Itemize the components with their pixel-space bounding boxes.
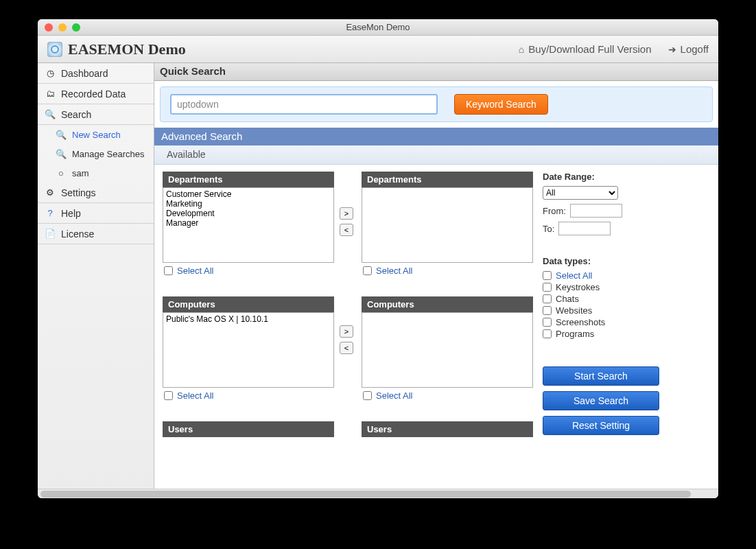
sidebar-item-label: sam <box>72 168 89 178</box>
users-header: Users <box>362 421 533 437</box>
sidebar-item-label: Help <box>61 208 81 219</box>
departments-header: Departments <box>362 172 533 187</box>
logoff-link[interactable]: ➜ Logoff <box>668 43 709 55</box>
reset-setting-button[interactable]: Reset Setting <box>543 416 659 435</box>
keyword-input[interactable] <box>170 94 438 115</box>
dt-programs-checkbox[interactable] <box>543 329 552 338</box>
to-input[interactable] <box>558 222 611 235</box>
sidebar-item-saved-search[interactable]: ○ sam <box>38 163 154 183</box>
list-item[interactable]: Public's Mac OS X | 10.10.1 <box>166 314 331 324</box>
dt-item-label: Websites <box>556 305 592 316</box>
departments-add-button[interactable]: > <box>340 207 353 220</box>
users-selected: Users <box>362 421 533 437</box>
dt-item-label: Programs <box>556 329 594 339</box>
dt-websites-checkbox[interactable] <box>543 306 552 315</box>
horizontal-scrollbar[interactable] <box>38 489 718 498</box>
dt-chats-checkbox[interactable] <box>543 294 552 303</box>
titlebar: EaseMon Demo <box>38 19 718 36</box>
departments-remove-button[interactable]: < <box>340 224 353 236</box>
sidebar-item-settings[interactable]: ⚙ Settings <box>38 183 154 203</box>
to-label: To: <box>543 224 554 234</box>
keyword-search-button[interactable]: Keyword Search <box>454 94 548 115</box>
available-header: Available <box>154 145 718 165</box>
save-search-button[interactable]: Save Search <box>543 391 659 410</box>
logoff-link-label: Logoff <box>681 43 709 55</box>
computers-selectall-checkbox[interactable] <box>164 391 173 400</box>
departments-available: Departments Customer Service Marketing D… <box>163 172 334 279</box>
magnifier-icon: 🔍 <box>45 109 56 120</box>
computers-selected: Computers Select All <box>362 296 533 404</box>
computers-header: Computers <box>362 296 533 312</box>
home-icon: ⌂ <box>519 44 524 55</box>
sidebar-item-help[interactable]: ? Help <box>38 203 154 224</box>
computers-selectall-link[interactable]: Select All <box>177 390 213 401</box>
computers-header: Computers <box>163 296 334 312</box>
sidebar-item-dashboard[interactable]: ◷ Dashboard <box>38 63 154 84</box>
dt-item-label: Chats <box>556 294 579 304</box>
sidebar-item-label: Manage Searches <box>72 149 145 159</box>
start-search-button[interactable]: Start Search <box>543 366 659 386</box>
computers-remove-button[interactable]: < <box>340 342 353 354</box>
search-icon: 🔍 <box>56 129 67 140</box>
gear-icon: ⚙ <box>45 187 56 198</box>
sidebar: ◷ Dashboard 🗂 Recorded Data 🔍 Search 🔍 N… <box>38 63 154 489</box>
dt-item-label: Screenshots <box>556 317 605 327</box>
header-bar: EASEMON Demo ⌂ Buy/Download Full Version… <box>38 36 718 63</box>
gauge-icon: ◷ <box>45 68 56 79</box>
list-item[interactable]: Marketing <box>166 199 331 209</box>
sidebar-item-label: Settings <box>61 187 96 198</box>
sidebar-item-label: License <box>61 229 94 240</box>
departments-header: Departments <box>163 172 334 187</box>
dt-selectall-link[interactable]: Select All <box>556 270 592 281</box>
list-item[interactable]: Customer Service <box>166 189 331 199</box>
computers-sel-selectall-checkbox[interactable] <box>363 391 372 400</box>
sidebar-item-new-search[interactable]: 🔍 New Search <box>38 125 154 144</box>
from-label: From: <box>543 206 566 216</box>
computers-add-button[interactable]: > <box>340 325 353 338</box>
list-item[interactable]: Development <box>166 209 331 218</box>
departments-selected-listbox[interactable] <box>362 187 533 263</box>
folder-icon: 🗂 <box>45 89 56 100</box>
computers-sel-selectall-link[interactable]: Select All <box>376 390 412 401</box>
sidebar-item-label: Search <box>61 109 91 120</box>
buy-link[interactable]: ⌂ Buy/Download Full Version <box>519 43 652 55</box>
sidebar-item-recorded[interactable]: 🗂 Recorded Data <box>38 84 154 104</box>
departments-sel-selectall-checkbox[interactable] <box>363 266 372 275</box>
departments-sel-selectall-link[interactable]: Select All <box>376 266 412 276</box>
main-panel: Quick Search Keyword Search Advanced Sea… <box>154 63 718 489</box>
from-input[interactable] <box>570 204 622 218</box>
search-icon: 🔍 <box>56 148 67 159</box>
computers-available: Computers Public's Mac OS X | 10.10.1 Se… <box>163 296 334 404</box>
departments-selectall-link[interactable]: Select All <box>177 266 213 276</box>
data-types-label: Data types: <box>543 256 673 266</box>
dt-selectall-checkbox[interactable] <box>543 271 552 280</box>
advanced-search-title: Advanced Search <box>154 128 718 145</box>
date-range-select[interactable]: All <box>543 186 618 200</box>
circle-icon: ○ <box>56 167 67 178</box>
sidebar-item-search[interactable]: 🔍 Search <box>38 104 154 125</box>
sidebar-item-license[interactable]: 📄 License <box>38 224 154 244</box>
users-available: Users <box>163 421 334 437</box>
date-range-label: Date Range: <box>543 172 673 182</box>
computers-selected-listbox[interactable] <box>362 312 533 388</box>
dt-screenshots-checkbox[interactable] <box>543 318 552 327</box>
list-item[interactable]: Manager <box>166 218 331 228</box>
departments-selectall-checkbox[interactable] <box>164 266 173 275</box>
sidebar-item-manage-searches[interactable]: 🔍 Manage Searches <box>38 144 154 163</box>
dt-item-label: Keystrokes <box>556 282 600 292</box>
logout-icon: ➜ <box>668 44 676 55</box>
dt-keystrokes-checkbox[interactable] <box>543 283 552 292</box>
window-title: EaseMon Demo <box>38 22 718 32</box>
quick-search-bar: Keyword Search <box>160 86 713 122</box>
departments-selected: Departments Select All <box>362 172 533 279</box>
buy-link-label: Buy/Download Full Version <box>528 43 651 55</box>
help-icon: ? <box>45 208 56 219</box>
license-icon: 📄 <box>45 229 56 240</box>
users-header: Users <box>163 421 334 437</box>
quick-search-title: Quick Search <box>154 63 718 81</box>
app-window: EaseMon Demo EASEMON Demo ⌂ Buy/Download… <box>38 19 718 498</box>
sidebar-item-label: Recorded Data <box>61 89 126 100</box>
departments-listbox[interactable]: Customer Service Marketing Development M… <box>163 187 334 263</box>
computers-listbox[interactable]: Public's Mac OS X | 10.10.1 <box>163 312 334 388</box>
app-name: EASEMON Demo <box>68 40 186 58</box>
